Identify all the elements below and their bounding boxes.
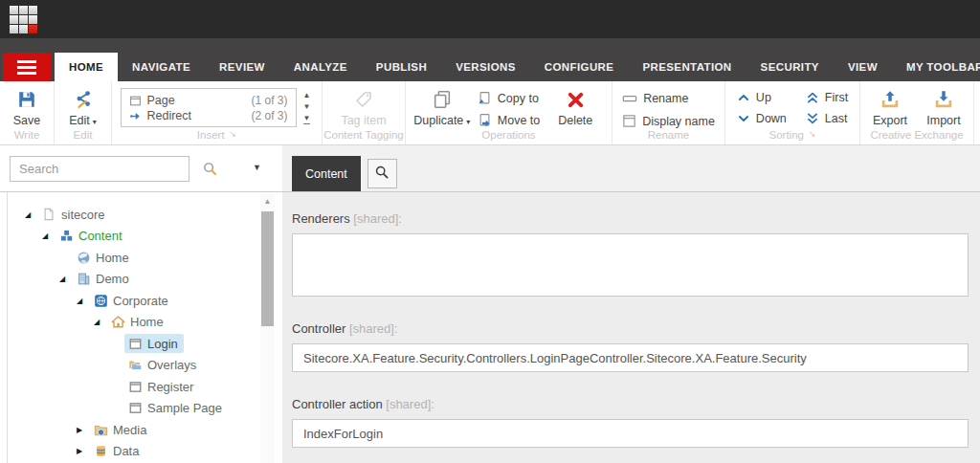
tree-item-data[interactable]: ▶Data — [0, 441, 282, 463]
tree-item-overlays[interactable]: Overlays — [0, 355, 282, 377]
tab-presentation[interactable]: PRESENTATION — [628, 53, 746, 81]
tree-item-body: Media — [90, 420, 152, 439]
tab-my-toolbar[interactable]: MY TOOLBAR — [892, 53, 980, 81]
tab-review[interactable]: REVIEW — [205, 53, 279, 81]
ribbon-group-body: ExportImport — [860, 81, 973, 127]
tag-item-button[interactable]: Tag item — [337, 85, 390, 127]
scrollbar-up-icon[interactable]: ▲ — [260, 194, 275, 209]
move-to-button[interactable]: Move to — [478, 113, 540, 127]
tab-navigate[interactable]: NAVIGATE — [118, 53, 205, 81]
button-label: First — [825, 91, 848, 104]
button-stack: Copy toMove to — [478, 85, 540, 127]
search-input[interactable] — [10, 156, 189, 182]
down-button[interactable]: Down — [737, 112, 787, 125]
tab-content[interactable]: Content — [292, 156, 361, 191]
field-name: Controller action — [292, 397, 386, 411]
field-input-controller-action[interactable] — [292, 419, 969, 448]
button-label: Copy to — [498, 92, 539, 105]
rename-button[interactable]: Rename — [622, 91, 715, 106]
export-button[interactable]: Export — [863, 85, 917, 127]
last-button[interactable]: Last — [806, 112, 848, 125]
button-label: Up — [756, 91, 771, 104]
delete-button[interactable]: Delete — [548, 85, 602, 127]
tree-item-body: Overlays — [124, 356, 202, 375]
hamburger-menu-button[interactable] — [3, 53, 51, 81]
copy-to-button[interactable]: Copy to — [478, 91, 540, 105]
tree-item-sitecore[interactable]: ◢sitecore — [0, 204, 282, 226]
tree-item-label: Corporate — [113, 294, 168, 308]
field-input-controller[interactable] — [292, 343, 969, 372]
search-options-caret-icon[interactable]: ▼ — [253, 163, 261, 172]
button-label: Display name — [642, 115, 715, 128]
field-input-renderers[interactable] — [292, 233, 969, 297]
tree-item-register[interactable]: Register — [0, 376, 282, 398]
window-icon — [127, 379, 143, 394]
delete-icon — [566, 87, 586, 112]
tree-expanded-icon[interactable]: ◢ — [25, 210, 38, 219]
tree-item-body: Data — [90, 442, 145, 461]
tab-security[interactable]: SECURITY — [746, 53, 834, 81]
ribbon-group-label: Rename — [612, 128, 724, 144]
insert-option-page[interactable]: Page(1 of 3) — [122, 93, 296, 108]
tree-item-corporate[interactable]: ◢Corporate — [0, 290, 282, 312]
tab-versions[interactable]: VERSIONS — [441, 53, 530, 81]
first-icon — [806, 91, 819, 104]
ribbon-group-creative-exchange: ExportImportCreative Exchange — [860, 81, 974, 144]
tree-item-content[interactable]: ◢Content — [0, 226, 282, 248]
editor-search-tab[interactable] — [368, 159, 397, 188]
dialog-launcher-icon[interactable]: ↘ — [809, 130, 816, 139]
spinner-down-icon[interactable]: ▼ — [303, 102, 311, 112]
edit-button[interactable]: Edit▾ — [56, 85, 110, 127]
insert-option-count: (1 of 3) — [251, 94, 287, 107]
insert-option-redirect[interactable]: Redirect(2 of 3) — [122, 108, 296, 123]
sitecore-content-editor: HOMENAVIGATEREVIEWANALYZEPUBLISHVERSIONS… — [0, 0, 980, 463]
tab-publish[interactable]: PUBLISH — [362, 53, 441, 81]
tree-item-media[interactable]: ▶Media — [0, 419, 282, 441]
display-name-button[interactable]: Display name — [622, 114, 715, 128]
tree-item-home[interactable]: Home — [0, 247, 282, 269]
tree-collapsed-icon[interactable]: ▶ — [77, 426, 90, 434]
ribbon-group-label: Insert↘ — [112, 127, 322, 144]
spinner-up-icon[interactable]: ▲ — [303, 91, 311, 100]
tree-expanded-icon[interactable]: ◢ — [59, 275, 73, 283]
ribbon-group-label: Operations — [406, 127, 612, 144]
first-button[interactable]: First — [806, 91, 848, 104]
tree-item-label: Register — [147, 380, 193, 394]
tree-item-body: Register — [124, 377, 199, 396]
save-button[interactable]: Save — [0, 85, 54, 127]
scrollbar-thumb[interactable] — [261, 211, 274, 326]
group-label-text: Content Tagging — [323, 129, 404, 141]
ribbon-group-insert: Page(1 of 3)Redirect(2 of 3)▲▼▼Insert↘ — [112, 81, 323, 144]
content-tree: ◢sitecore◢ContentHome◢Demo◢Corporate◢Hom… — [0, 192, 282, 462]
tree-collapsed-icon[interactable]: ▶ — [77, 447, 90, 455]
tree-item-label: Media — [113, 423, 146, 437]
tree-item-home[interactable]: ◢Home — [0, 312, 282, 334]
import-button[interactable]: Import — [917, 85, 970, 127]
redirect-icon — [129, 110, 142, 122]
tree-item-demo[interactable]: ◢Demo — [0, 269, 282, 291]
search-icon[interactable] — [202, 161, 218, 181]
tab-configure[interactable]: CONFIGURE — [530, 53, 629, 81]
insert-options-panel: Page(1 of 3)Redirect(2 of 3)▲▼▼ — [121, 88, 314, 127]
group-label-text: Operations — [481, 129, 535, 141]
tree-item-body: Login — [124, 334, 184, 353]
tree-expanded-icon[interactable]: ◢ — [77, 297, 90, 305]
tab-home[interactable]: HOME — [55, 53, 118, 81]
spinner-last-icon[interactable]: ▼ — [303, 114, 311, 124]
tab-analyze[interactable]: ANALYZE — [279, 53, 362, 81]
group-label-text: Write — [14, 129, 40, 141]
up-button[interactable]: Up — [737, 91, 787, 104]
tree-expanded-icon[interactable]: ◢ — [94, 318, 107, 326]
dialog-launcher-icon[interactable]: ↘ — [230, 130, 237, 139]
ribbon-tab-strip: HOMENAVIGATEREVIEWANALYZEPUBLISHVERSIONS… — [0, 38, 980, 81]
button-label: Edit▾ — [69, 114, 97, 127]
main-area: ◢sitecore◢ContentHome◢Demo◢Corporate◢Hom… — [0, 191, 980, 463]
tree-item-label: sitecore — [61, 208, 105, 222]
tree-item-login[interactable]: Login — [0, 333, 282, 355]
duplicate-button[interactable]: Duplicate▾ — [415, 85, 469, 127]
tree-scrollbar[interactable]: ▲ — [260, 194, 275, 463]
tab-view[interactable]: VIEW — [834, 53, 892, 81]
tree-expanded-icon[interactable]: ◢ — [42, 232, 56, 240]
field-label-controller: Controller [shared]: — [292, 321, 969, 336]
tree-item-sample-page[interactable]: Sample Page — [0, 398, 282, 420]
